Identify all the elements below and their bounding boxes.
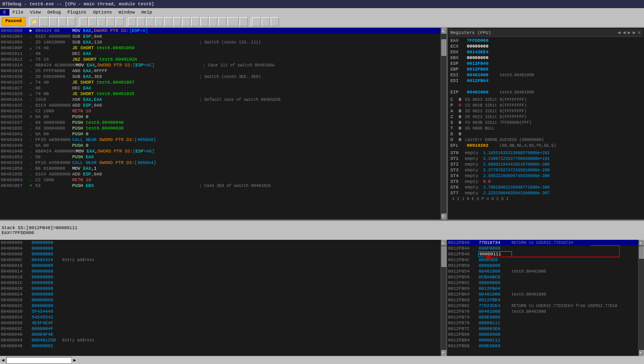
menu-window[interactable]: Window (115, 9, 138, 16)
mem-row[interactable]: 00406020 00000000 (0, 286, 441, 291)
reg-nav-right2[interactable]: ▶ (632, 30, 637, 36)
tb-R[interactable]: R (218, 17, 226, 26)
stack-row[interactable]: 0012FB64 00401000 test6.00401000 (447, 291, 638, 297)
stack-row[interactable]: 0012FB74 000E0880 (447, 314, 638, 320)
disasm-scroll-thumb[interactable] (441, 39, 446, 56)
stack-row[interactable]: 0012FB58 DCBAABCD (447, 274, 638, 280)
flag-row[interactable]: D 0 (449, 131, 643, 137)
register-row[interactable]: EAX 7FFDD000 (449, 38, 643, 43)
disasm-row[interactable]: 00401014 . 8B8424 AC000000 MOV EAX,DWORD… (0, 62, 441, 68)
disasm-scrollbar[interactable]: ▲ ▼ (441, 28, 446, 219)
disasm-row[interactable]: 0040105E . 81C4 A0000000 ADD ESP,0A0 (0, 171, 441, 177)
tb-grid1[interactable]: ≡≡ (252, 17, 261, 26)
st-reg-row[interactable]: ST3 empty 5.37797027472335010000e-299 (449, 167, 643, 173)
disasm-row[interactable]: 00401012 ↙ 75 16 JNZ SHORT test6.0040102… (0, 57, 441, 62)
mem-row[interactable]: 00406018 00000000 (0, 274, 441, 280)
disasm-row[interactable]: 0040100A . 2D 10010000 SUB EAX,110 ; Swi… (0, 39, 441, 45)
stack-row[interactable]: 0012FB70 00401000 test6.00401000 (447, 309, 638, 314)
disasm-row[interactable]: 0040102A . 33C0 XOR EAX,EAX ; Default ca… (0, 97, 441, 102)
mem-row[interactable]: 00406010 00000000 (0, 263, 441, 268)
tb-E[interactable]: E (137, 17, 145, 26)
reg-nav-right1[interactable]: ▶ (627, 30, 631, 36)
disasm-row[interactable]: 00401049 . 6A 00 PUSH 0 (0, 143, 441, 148)
register-row[interactable]: EDI 0012FBA4 (449, 78, 643, 84)
mem-row[interactable]: 0040602C 00000000 (0, 303, 441, 309)
tb-B[interactable]: B (209, 17, 217, 26)
disasm-row[interactable]: 00401025 ↙ 74 40 JE SHORT test6.00401067 (0, 80, 441, 85)
disasm-row[interactable]: 00401020 . 2D E8030000 SUB EAX,3E8 ; Swi… (0, 74, 441, 80)
tb-step1[interactable]: ↷ (80, 17, 88, 26)
tb-step3[interactable]: ↙ (98, 17, 106, 26)
disasm-row[interactable]: 00401032 . C2 1000 RETN 10 (0, 108, 441, 114)
reg-nav-left1[interactable]: ◀ (617, 30, 621, 36)
register-row[interactable]: ECX 00000000 (449, 43, 643, 49)
mem-row[interactable]: 00406004 00000000 (0, 246, 441, 251)
mem-row[interactable]: 0040601C 00000000 (0, 280, 441, 286)
disasm-row[interactable]: 00401064 . C2 1000 RETN 10 (0, 177, 441, 183)
menu-options[interactable]: Options (90, 9, 115, 16)
register-row[interactable]: EBX 00000000 (449, 55, 643, 61)
mem-row[interactable]: 00406024 00000000 (0, 291, 441, 297)
disasm-row[interactable]: 00401011 . 48 DEC EAX (0, 51, 441, 57)
disasm-row[interactable]: 00401035 > 6A 00 PUSH 0 (0, 114, 441, 120)
mem-row[interactable]: 0040603C 0000004F (0, 326, 441, 332)
st-reg-row[interactable]: ST0 empty 1.18551935315888570000e+292 (449, 150, 643, 156)
disasm-row[interactable]: 0040102C . 81C4 A0000000 ADD ESP,0A0 (0, 102, 441, 108)
mem-row[interactable]: 00406034 54545542 (0, 314, 441, 320)
tb-open[interactable]: 📁 (30, 17, 39, 26)
tb-K[interactable]: K (200, 17, 208, 26)
tb-dots[interactable]: ... (227, 17, 239, 26)
register-eip-row2[interactable]: EIP 00401000 test6.00401000 (449, 89, 643, 95)
bottom-input[interactable] (6, 357, 72, 364)
stack-row[interactable]: 0012FB78 00000111 (447, 320, 638, 326)
tb-S[interactable]: S (240, 17, 248, 26)
menu-file[interactable]: File (9, 9, 27, 16)
tb-step2[interactable]: ↗ (89, 17, 97, 26)
tb-play[interactable]: ▶ (58, 17, 66, 26)
disasm-row[interactable]: 0040103C . 68 30604000 PUSH test6.004060… (0, 125, 441, 131)
flag-row[interactable]: T 0 GS 0000 NULL (449, 125, 643, 131)
tb-L[interactable]: L (128, 17, 136, 26)
tb-H[interactable]: H (173, 17, 181, 26)
st-reg-row[interactable]: ST2 empty 2.60862194341621670000e-308 (449, 162, 643, 167)
tb-stop[interactable]: ⏹ (49, 17, 57, 26)
tb-step4[interactable]: → (107, 17, 115, 26)
disasm-row[interactable]: 00401059 . B8 01000000 MOV EAX,1 (0, 166, 441, 171)
stack-row[interactable]: 0012FB48 00000111 (447, 251, 638, 257)
disasm-row[interactable]: 00401028 ↙ 74 0B JE SHORT test6.00401035 (0, 91, 441, 97)
stack-row[interactable]: 0012FB4C 00003E8 (447, 257, 638, 263)
stack-row[interactable]: 0012FB6C 77D23CE4 RETURN to USER32.77D23… (447, 303, 638, 309)
tb-help[interactable]: ? (271, 17, 279, 26)
stack-row[interactable]: 0012FB68 0012FBD4 (447, 297, 638, 303)
efl-row[interactable]: EFL 00010202 (NO,NB,NE,A,NS,PO,GE,G) (449, 143, 643, 148)
st-reg-row[interactable]: ST7 empty 2.22523004035043300000e-307 (449, 190, 643, 196)
st-reg-row[interactable]: ST4 empty 2.56522260696745036000e-300 (449, 173, 643, 179)
disasm-row[interactable]: 00401004 . 81EC A0000000 SUB ESP,0A0 (0, 34, 441, 39)
disasm-row[interactable]: 00401000 ► 8B4424 08 MOV EAX,DWORD PTR S… (0, 28, 441, 34)
mem-row[interactable]: 00406008 00000000 (0, 251, 441, 257)
stack-row[interactable]: 0012FB80 00060908 (447, 332, 638, 337)
stack-row[interactable]: 0012FB5C 00000000 (447, 280, 638, 286)
mem-row[interactable]: 00406030 5F434449 (0, 309, 441, 314)
tb-W[interactable]: W (164, 17, 172, 26)
tb-grid2[interactable]: ▤ (262, 17, 270, 26)
reg-nav-left2[interactable]: ◀ (622, 30, 626, 36)
register-row[interactable]: EDX 00143EE4 (449, 49, 643, 55)
register-row[interactable]: EBP 0012FB68 (449, 66, 643, 72)
mem-row[interactable]: 00406040 00004F4E (0, 332, 441, 337)
menu-view[interactable]: View (27, 9, 44, 16)
stack-row[interactable]: 0012FB88 000E0880 (447, 343, 638, 349)
tb-M[interactable]: M (146, 17, 154, 26)
mem-row[interactable]: 00406038 4E5F4E4F (0, 320, 441, 326)
disasm-row[interactable]: 0040101B . 25 FFFF0000 AND EAX,0FFFF (0, 68, 441, 74)
stack-row[interactable]: 0012FB7C 000003E8 (447, 326, 638, 332)
st-reg-row[interactable]: ST1 empty 2.13867123337756635000e+191 (449, 156, 643, 162)
flag-row[interactable]: Z 0 DS 0023 32bit 0(FFFFFFFF) (449, 114, 643, 120)
mem-row[interactable]: 0040600C 00402416 Entry address (0, 257, 441, 263)
stack-row[interactable]: 0012FB54 00401000 test6.00401000 (447, 268, 638, 274)
reg-nav-x[interactable]: ✕ (637, 30, 642, 36)
disasm-row[interactable]: 00401053 . FF15 A4504000 CALL NEAR DWORD… (0, 160, 441, 166)
mem-row[interactable]: 00406048 00000002 (0, 343, 441, 349)
stack-row[interactable]: 0012FB60 0012FBA4 (447, 286, 638, 291)
disasm-row[interactable]: 00401043 . FF15 A0504000 CALL NEAR DWORD… (0, 137, 441, 143)
